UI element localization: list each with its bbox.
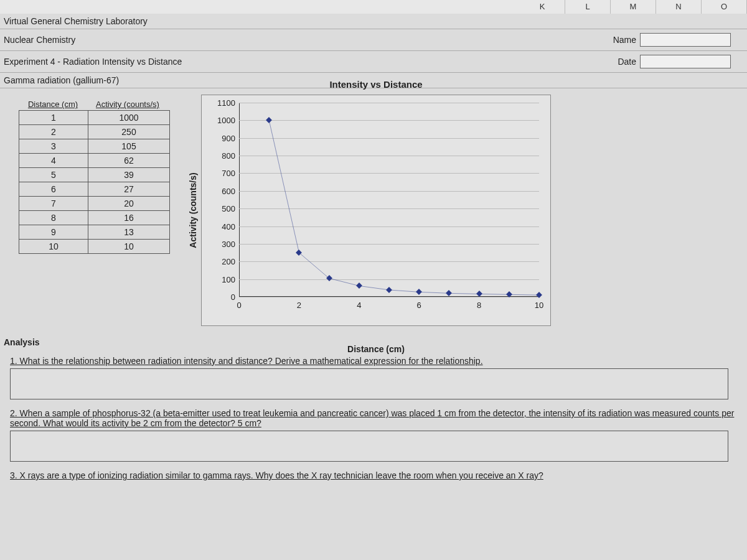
lab-title: Virtual General Chemistry Laboratory [0, 14, 747, 29]
question-2: 2. When a sample of phosphorus-32 (a bet… [10, 408, 743, 428]
table-row: 720 [19, 197, 170, 211]
answer-box-2[interactable] [10, 431, 728, 462]
ytick-label: 700 [222, 169, 235, 178]
ytick-label: 0 [231, 292, 235, 302]
ytick-label: 200 [222, 257, 235, 266]
data-table-wrap: Distance (cm) Activity (counts/s) 110002… [19, 98, 170, 326]
ytick-label: 900 [222, 133, 235, 142]
section-row: Nuclear Chemistry Name [0, 29, 747, 51]
chart-ylabel: Activity (counts/s) [188, 172, 198, 248]
cell-distance: 6 [19, 182, 88, 197]
col-M[interactable]: M [611, 0, 656, 14]
col-N[interactable]: N [656, 0, 702, 14]
table-row: 11000 [19, 111, 170, 125]
xtick-label: 4 [357, 301, 361, 310]
question-1-text: 1. What is the relationship between radi… [10, 356, 483, 366]
col-O[interactable]: O [702, 0, 747, 14]
col-spacer [0, 0, 520, 14]
table-row: 539 [19, 168, 170, 182]
name-input[interactable] [640, 33, 731, 47]
table-row: 2250 [19, 125, 170, 139]
table-row: 816 [19, 211, 170, 225]
cell-activity: 1000 [88, 111, 170, 125]
xtick-label: 10 [535, 301, 543, 310]
cell-activity: 62 [88, 154, 170, 168]
chart-plot-area: 0100200300400500600700800900100011000246… [239, 103, 539, 297]
cell-activity: 16 [88, 211, 170, 225]
cell-activity: 105 [88, 139, 170, 154]
question-3-text: 3. X rays are a type of ionizing radiati… [10, 470, 543, 480]
table-header-distance: Distance (cm) [19, 98, 87, 110]
cell-activity: 13 [88, 225, 170, 240]
cell-distance: 8 [19, 211, 88, 225]
table-headers: Distance (cm) Activity (counts/s) [19, 98, 170, 110]
xtick-label: 6 [417, 301, 421, 310]
ytick-label: 400 [222, 222, 235, 231]
cell-activity: 250 [88, 125, 170, 139]
cell-distance: 4 [19, 154, 88, 168]
section-title: Nuclear Chemistry [4, 35, 75, 45]
ytick-label: 100 [222, 274, 235, 284]
data-table: 11000225031054625396277208169131010 [19, 110, 170, 254]
answer-box-1[interactable] [10, 368, 728, 399]
cell-distance: 9 [19, 225, 88, 240]
xtick-label: 0 [237, 301, 241, 310]
cell-activity: 20 [88, 197, 170, 211]
ytick-label: 600 [222, 186, 235, 195]
ytick-label: 300 [222, 239, 235, 248]
worksheet-body: Virtual General Chemistry Laboratory Nuc… [0, 14, 747, 560]
question-3: 3. X rays are a type of ionizing radiati… [10, 470, 743, 480]
col-K[interactable]: K [520, 0, 565, 14]
cell-distance: 10 [19, 240, 88, 254]
name-label: Name [613, 35, 636, 45]
table-header-activity: Activity (counts/s) [87, 98, 168, 110]
ytick-label: 1000 [217, 116, 235, 125]
cell-activity: 10 [88, 240, 170, 254]
gridline-h [239, 297, 539, 297]
chart: Intensity vs Distance Activity (counts/s… [201, 95, 551, 326]
table-row: 627 [19, 182, 170, 197]
question-2-text: 2. When a sample of phosphorus-32 (a bet… [10, 408, 734, 428]
date-label: Date [618, 57, 636, 67]
date-field-group: Date [618, 55, 731, 68]
cell-distance: 1 [19, 111, 88, 125]
xtick-label: 2 [297, 301, 301, 310]
table-row: 1010 [19, 240, 170, 254]
cell-distance: 2 [19, 125, 88, 139]
analysis-section: Analysis 1. What is the relationship bet… [0, 332, 747, 480]
col-L[interactable]: L [565, 0, 611, 14]
ytick-label: 1100 [217, 98, 235, 108]
spreadsheet-column-headers: K L M N O [0, 0, 747, 14]
table-row: 3105 [19, 139, 170, 154]
table-row: 913 [19, 225, 170, 240]
question-1: 1. What is the relationship between radi… [10, 356, 743, 366]
date-input[interactable] [640, 55, 731, 68]
cell-distance: 3 [19, 139, 88, 154]
xtick-label: 8 [477, 301, 481, 310]
ytick-label: 500 [222, 204, 235, 213]
chart-line [239, 103, 539, 297]
chart-xlabel: Distance (cm) [202, 344, 550, 354]
experiment-row: Experiment 4 - Radiation Intensity vs Di… [0, 51, 747, 73]
chart-title: Intensity vs Distance [202, 79, 550, 90]
experiment-title: Experiment 4 - Radiation Intensity vs Di… [4, 57, 182, 67]
cell-activity: 27 [88, 182, 170, 197]
cell-distance: 7 [19, 197, 88, 211]
cell-activity: 39 [88, 168, 170, 182]
cell-distance: 5 [19, 168, 88, 182]
table-row: 462 [19, 154, 170, 168]
ytick-label: 800 [222, 151, 235, 161]
name-field-group: Name [613, 33, 731, 47]
main-area: Distance (cm) Activity (counts/s) 110002… [0, 88, 747, 332]
